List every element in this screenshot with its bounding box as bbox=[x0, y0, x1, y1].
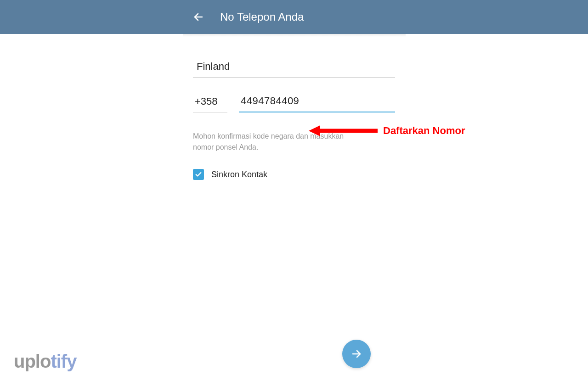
phone-row bbox=[193, 91, 395, 112]
watermark-part1: uplo bbox=[14, 351, 51, 371]
content-area: Mohon konfirmasi kode negara dan masukka… bbox=[0, 34, 588, 180]
check-icon bbox=[195, 171, 202, 178]
page-title: No Telepon Anda bbox=[220, 11, 304, 23]
phone-form: Mohon konfirmasi kode negara dan masukka… bbox=[193, 57, 395, 180]
watermark-part2: tify bbox=[51, 351, 76, 371]
sync-contacts-row: Sinkron Kontak bbox=[193, 169, 395, 180]
watermark: uplotify bbox=[14, 351, 76, 372]
next-button[interactable] bbox=[342, 340, 371, 368]
annotation-arrow-icon bbox=[309, 124, 378, 138]
country-input[interactable] bbox=[193, 57, 395, 78]
forward-arrow-icon bbox=[351, 348, 362, 359]
back-arrow-icon bbox=[193, 11, 204, 22]
annotation: Daftarkan Nomor bbox=[309, 124, 465, 138]
app-header: No Telepon Anda bbox=[0, 0, 588, 34]
country-code-input[interactable] bbox=[193, 91, 227, 112]
phone-number-input[interactable] bbox=[239, 91, 395, 112]
sync-contacts-label: Sinkron Kontak bbox=[211, 170, 267, 179]
back-button[interactable] bbox=[193, 11, 204, 22]
svg-marker-2 bbox=[309, 125, 320, 136]
annotation-label: Daftarkan Nomor bbox=[383, 125, 465, 137]
sync-contacts-checkbox[interactable] bbox=[193, 169, 204, 180]
